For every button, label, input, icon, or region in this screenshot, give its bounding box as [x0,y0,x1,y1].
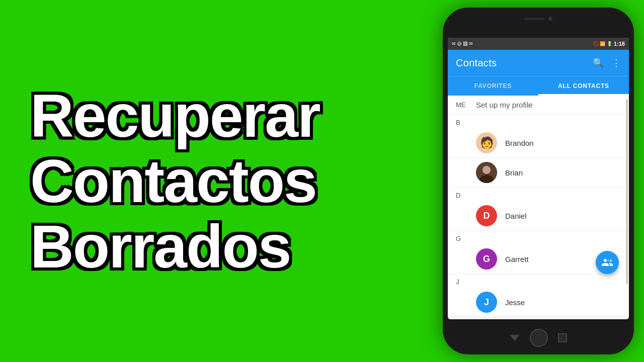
status-bar: ✉ @ 🖼 ✉ 🚫 📶 🔋 1:18 [448,38,629,50]
section-letter-j: J [456,278,468,286]
contact-brian[interactable]: Brian [448,158,629,188]
headline-line3: Borrados [30,216,413,277]
me-profile-text: Set up my profile [476,101,533,109]
avatar-brian [476,162,497,183]
home-button [530,329,548,347]
left-text-area: Recuperar Contactos Borrados [0,65,443,297]
scroll-indicator [626,99,628,284]
status-right-icons: 🚫 📶 🔋 1:18 [593,41,625,47]
phone-home-area [510,329,567,347]
app-title: Contacts [456,57,497,69]
section-letter-g: G [456,235,468,242]
camera-dot [548,17,552,21]
notification-icons: ✉ @ 🖼 ✉ [452,41,473,46]
avatar-daniel: D [476,205,497,226]
headline-line2: Contactos [30,151,413,211]
app-bar-icons: 🔍 ⋮ [593,57,621,68]
back-button [510,335,520,341]
me-label: ME [456,101,468,109]
phone-top-notch [524,17,552,21]
status-time: 1:18 [614,41,625,47]
me-row[interactable]: ME Set up my profile [448,96,629,115]
tabs-bar: FAVORITES ALL CONTACTS [448,76,629,96]
svg-text:+: + [609,258,612,263]
contact-name-daniel: Daniel [505,212,527,220]
add-contact-fab[interactable]: + [596,251,619,274]
section-header-j: J [448,274,629,288]
section-header-g: G [448,231,629,244]
contact-brandon[interactable]: 🧑 Brandon [448,128,629,158]
signal-icon: 🚫 📶 🔋 [593,41,612,46]
contact-name-garrett: Garrett [505,255,529,263]
contact-name-brian: Brian [505,168,523,177]
tab-all-contacts[interactable]: ALL CONTACTS [538,76,629,96]
section-header-b: B [448,115,629,128]
section-letter-b: B [456,119,468,126]
contact-name-brandon: Brandon [505,139,534,147]
avatar-garrett: G [476,248,497,269]
phone-mockup: ✉ @ 🖼 ✉ 🚫 📶 🔋 1:18 Contacts 🔍 ⋮ FAVORIT [443,8,634,354]
contacts-list[interactable]: ME Set up my profile B 🧑 Brandon [448,96,629,316]
phone-screen: ✉ @ 🖼 ✉ 🚫 📶 🔋 1:18 Contacts 🔍 ⋮ FAVORIT [448,38,629,319]
phone-frame: ✉ @ 🖼 ✉ 🚫 📶 🔋 1:18 Contacts 🔍 ⋮ FAVORIT [443,8,634,354]
contact-daniel[interactable]: D Daniel [448,201,629,231]
status-left-icons: ✉ @ 🖼 ✉ [452,41,473,46]
contact-jesse[interactable]: J Jesse [448,288,629,316]
section-letter-d: D [456,192,468,199]
contact-name-jesse: Jesse [505,298,525,307]
app-bar: Contacts 🔍 ⋮ [448,50,629,76]
avatar-brandon: 🧑 [476,132,497,153]
headline-line1: Recuperar [30,85,413,146]
recent-apps-button [558,333,567,342]
tab-favorites[interactable]: FAVORITES [448,76,538,96]
svg-point-1 [482,166,491,174]
search-icon[interactable]: 🔍 [593,57,604,68]
section-header-d: D [448,188,629,201]
more-options-icon[interactable]: ⋮ [612,57,621,68]
avatar-jesse: J [476,292,497,313]
speaker-grill [524,18,544,20]
